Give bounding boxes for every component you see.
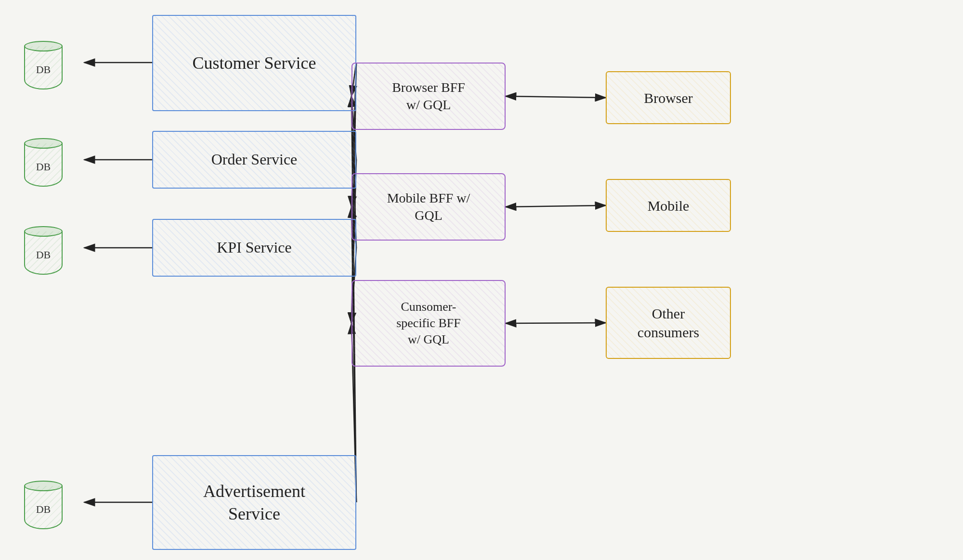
browser-box: Browser bbox=[606, 71, 731, 124]
kpi-service-box: KPI Service bbox=[152, 219, 356, 277]
customer-service-box: Customer Service bbox=[152, 15, 356, 111]
db3-top bbox=[24, 226, 63, 237]
mobile-bff-label: Mobile BFF w/GQL bbox=[387, 190, 470, 225]
browser-label: Browser bbox=[644, 89, 693, 107]
browser-bff-label: Browser BFFw/ GQL bbox=[392, 79, 465, 114]
db2-body: DB bbox=[24, 143, 63, 187]
advertisement-service-box: AdvertisementService bbox=[152, 455, 356, 550]
db1-top bbox=[24, 41, 63, 51]
db4-body: DB bbox=[24, 486, 63, 529]
mobile-box: Mobile bbox=[606, 179, 731, 232]
other-consumers-box: Otherconsumers bbox=[606, 287, 731, 359]
customer-service-label: Customer Service bbox=[193, 52, 316, 75]
db3: DB bbox=[24, 226, 63, 275]
db3-body: DB bbox=[24, 231, 63, 275]
order-service-label: Order Service bbox=[211, 150, 298, 170]
db4: DB bbox=[24, 481, 63, 529]
browser-bff-browser-arrow bbox=[506, 96, 606, 98]
db4-top bbox=[24, 481, 63, 491]
mobile-bff-mobile-arrow bbox=[506, 205, 606, 207]
kpi-service-label: KPI Service bbox=[217, 238, 292, 258]
diagram: DB DB DB DB Customer Service Order Servi… bbox=[0, 0, 963, 560]
order-service-box: Order Service bbox=[152, 131, 356, 189]
mobile-label: Mobile bbox=[648, 196, 690, 215]
db2: DB bbox=[24, 138, 63, 187]
db1-body: DB bbox=[24, 46, 63, 89]
consumer-bff-other-arrow bbox=[506, 323, 606, 323]
mobile-bff-box: Mobile BFF w/GQL bbox=[351, 173, 506, 241]
db1: DB bbox=[24, 41, 63, 89]
browser-bff-box: Browser BFFw/ GQL bbox=[351, 63, 506, 130]
advertisement-service-label: AdvertisementService bbox=[203, 480, 305, 525]
db2-top bbox=[24, 138, 63, 149]
consumer-bff-label: Cunsomer-specific BFFw/ GQL bbox=[396, 299, 461, 347]
consumer-bff-box: Cunsomer-specific BFFw/ GQL bbox=[351, 280, 506, 367]
other-consumers-label: Otherconsumers bbox=[638, 304, 699, 342]
